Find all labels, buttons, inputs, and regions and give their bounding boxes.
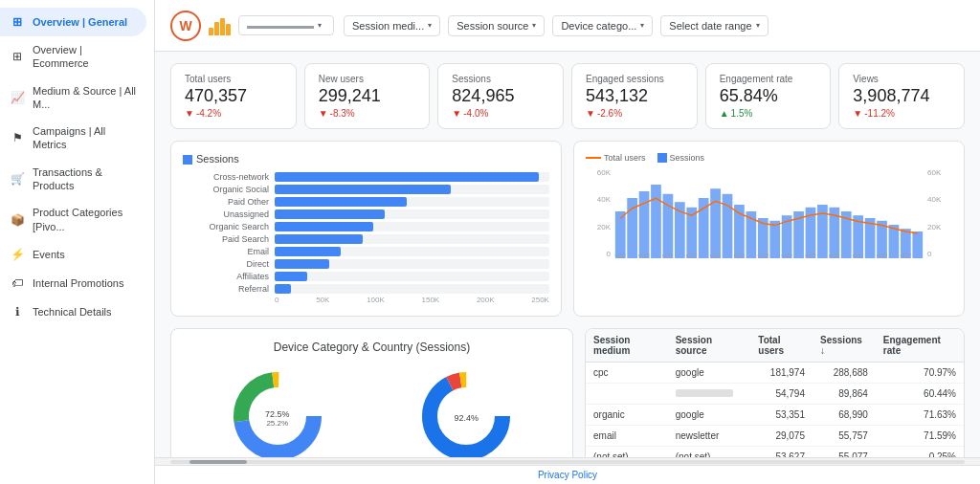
table-row: 54,79489,86460.44% [586, 384, 964, 405]
table-cell: 53,351 [750, 405, 813, 426]
sidebar-item-technical-details[interactable]: ℹ Technical Details [0, 297, 146, 326]
device-donut-label: 72.5% 25.2% [265, 408, 290, 427]
country-donut-svg [413, 363, 519, 457]
table-cell: 0.25% [876, 447, 964, 457]
sidebar-item-overview-general[interactable]: ⊞ Overview | General [0, 8, 146, 36]
stat-arrow-new-users: ▼ [319, 108, 328, 119]
table-cell: 55,757 [813, 426, 876, 447]
sidebar-label-technical-details: Technical Details [33, 305, 112, 319]
stat-change-engaged-sessions: ▼ -2.6% [586, 108, 683, 119]
stat-label-sessions: Sessions [452, 74, 549, 84]
dropdown-label-device-category: Device catego... [561, 20, 636, 32]
h-bar-track [275, 209, 549, 219]
data-table: Session mediumSession sourceTotal usersS… [586, 329, 964, 457]
h-bar-fill [275, 172, 539, 182]
h-bar-chart: Cross-network Organic Social Paid Other … [183, 172, 549, 294]
sidebar-item-medium-source[interactable]: 📈 Medium & Source | All M... [0, 77, 146, 119]
stat-value-engaged-sessions: 543,132 [586, 86, 683, 106]
h-bar-axis-label: 50K [316, 296, 329, 304]
privacy-policy-link[interactable]: Privacy Policy [538, 470, 597, 480]
dropdown-device-category[interactable]: Device catego...▾ [552, 15, 653, 36]
y-left-low: 20K [597, 223, 611, 231]
h-bar-label: Cross-network [183, 172, 269, 182]
sidebar-label-overview-general: Overview | General [33, 15, 127, 29]
stat-arrow-engaged-sessions: ▼ [586, 108, 595, 119]
svg-rect-8 [710, 188, 721, 258]
svg-text:yr22: yr22 [686, 253, 698, 258]
sidebar-label-transactions-products: Transactions & Products [33, 165, 137, 193]
dropdown-date-range[interactable]: Select date range▾ [660, 15, 768, 36]
svg-rect-13 [769, 221, 780, 258]
stat-card-total-users: Total users 470,357 ▼ -4.2% [170, 63, 297, 129]
y-right-mid: 40K [927, 195, 941, 204]
main-scrollbar[interactable] [170, 460, 965, 464]
svg-text:yr22: yr22 [662, 253, 674, 258]
stat-value-views: 3,908,774 [853, 86, 950, 106]
sidebar-item-transactions-products[interactable]: 🛒 Transactions & Products [0, 159, 146, 200]
h-bar-label: Direct [183, 259, 269, 269]
dropdown-session-medium[interactable]: Session medi...▾ [344, 15, 440, 36]
stat-label-engaged-sessions: Engaged sessions [586, 74, 683, 84]
sidebar-item-campaigns[interactable]: ⚑ Campaigns | All Metrics [0, 118, 146, 159]
table-cell: organic [586, 405, 668, 426]
country-donut-label: 92.4% [454, 413, 479, 423]
table-header-sessions[interactable]: Sessions ↓ [813, 329, 876, 363]
y-left-zero: 0 [607, 250, 611, 258]
sidebar: ⊞ Overview | General ⊞ Overview | Ecomme… [0, 0, 155, 484]
dropdown-session-source[interactable]: Session source▾ [448, 15, 545, 36]
box-icon: 📦 [10, 212, 25, 228]
table-header-total-users: Total users [750, 329, 813, 363]
property-chevron: ▾ [318, 21, 322, 30]
table-header-session-medium: Session medium [586, 329, 668, 363]
svg-text:yr22: yr22 [758, 253, 769, 258]
content-area: Total users 470,357 ▼ -4.2% New users 29… [155, 52, 980, 457]
table-cell: 54,794 [750, 384, 813, 405]
stat-label-total-users: Total users [185, 74, 282, 84]
h-bar-label: Email [183, 247, 269, 256]
stat-pct-views: -11.2% [864, 108, 895, 119]
line-bar-panel: Total usersSessions 60K 40K 20K 0 yr22yr… [573, 141, 965, 317]
bottom-row: Device Category & Country (Sessions) [170, 328, 965, 457]
h-bar-track [275, 222, 549, 231]
sidebar-label-medium-source: Medium & Source | All M... [33, 84, 137, 112]
sidebar-item-overview-ecommerce[interactable]: ⊞ Overview | Ecommerce [0, 36, 146, 77]
stat-change-sessions: ▼ -4.0% [452, 108, 549, 119]
sidebar-item-internal-promotions[interactable]: 🏷 Internal Promotions [0, 269, 146, 297]
table-cell: 71.63% [876, 405, 964, 426]
stat-label-views: Views [853, 74, 950, 84]
stat-pct-new-users: -8.3% [330, 108, 355, 119]
trending-icon: 📈 [10, 90, 25, 105]
table-cell: 288,688 [813, 363, 876, 384]
donut-panel: Device Category & Country (Sessions) [170, 328, 573, 457]
table-row: emailnewsletter29,07555,75771.59% [586, 426, 964, 447]
table-cell: 71.59% [876, 426, 964, 447]
h-bar-row: Affiliates [183, 272, 549, 281]
h-bar-row: Organic Social [183, 185, 549, 194]
h-bar-row: Cross-network [183, 172, 549, 182]
sidebar-item-events[interactable]: ⚡ Events [0, 240, 146, 269]
h-bar-label: Organic Search [183, 222, 269, 231]
stat-card-new-users: New users 299,241 ▼ -8.3% [304, 63, 431, 129]
table-header-session-source: Session source [668, 329, 751, 363]
svg-text:yr22: yr22 [829, 253, 840, 258]
logo-area: W ▬▬▬▬▬▬▬ ▾ [170, 11, 334, 41]
table-row: (not set)(not set)53,62755,0770.25% [586, 447, 964, 457]
sidebar-item-product-categories[interactable]: 📦 Product Categories [Pivo... [0, 199, 146, 240]
svg-rect-25 [912, 231, 923, 258]
chart-legend: Total usersSessions [586, 153, 952, 163]
chevron-date-range: ▾ [756, 21, 760, 30]
property-selector[interactable]: ▬▬▬▬▬▬▬ ▾ [238, 15, 334, 35]
stat-pct-engaged-sessions: -2.6% [597, 108, 622, 119]
header-dropdowns: Session medi...▾Session source▾Device ca… [344, 15, 768, 36]
h-bar-row: Referral [183, 284, 549, 294]
h-bar-fill [275, 185, 451, 194]
donut-charts-area: 72.5% 25.2% 92.4% [183, 363, 561, 457]
legend-label: Sessions [670, 153, 705, 163]
stat-value-total-users: 470,357 [185, 86, 282, 106]
horizontal-bar-panel: Sessions Cross-network Organic Social Pa… [170, 141, 562, 317]
h-bar-row: Unassigned [183, 209, 549, 219]
svg-text:yr22: yr22 [781, 253, 792, 258]
tag-icon: 🏷 [10, 275, 25, 291]
stat-value-sessions: 824,965 [452, 86, 549, 106]
h-bar-row: Direct [183, 259, 549, 269]
